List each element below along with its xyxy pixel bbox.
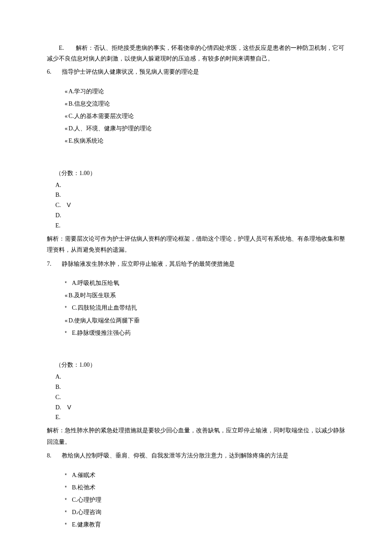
bullet-icon: « (65, 316, 68, 326)
q7-option-b: «B.及时与医生联系 (65, 290, 345, 301)
bullet-icon: * (65, 508, 67, 518)
q7-number: 7. (47, 259, 52, 269)
q8-option-c: *C.心理护理 (65, 495, 345, 505)
bullet-icon: * (65, 329, 67, 338)
q5-explain-prefix: E. (59, 43, 64, 53)
q7-answer-e: E. (55, 412, 345, 423)
q8-option-b: *B.松弛术 (65, 482, 345, 493)
q8-stem: 教给病人控制呼吸、垂肩、仰视、自我发泄等方法分散注意力，达到解除疼痛的方法是 (62, 452, 288, 459)
q6-answer-list: A. B. C.V D. E. (55, 180, 345, 231)
q8-option-d-text: D.心理咨询 (72, 509, 102, 515)
bullet-icon: * (65, 279, 67, 288)
q5-explanation-block: E.解析：否认、拒绝接受患病的事实，怀着侥幸的心情四处求医，这些反应是患者的一种… (47, 43, 345, 64)
q6-answer-a: A. (55, 180, 345, 190)
q7-option-c: *C.四肢轮流用止血带结扎 (65, 302, 345, 313)
check-mark-icon: V (67, 403, 71, 413)
q6-number: 6. (47, 66, 52, 77)
q8-number: 8. (47, 450, 52, 461)
q7-option-d-text: D.使病人取端坐位两腿下垂 (69, 317, 140, 324)
q8-option-a-text: A.催眠术 (72, 472, 96, 478)
q6-option-b: «B.信息交流理论 (65, 98, 345, 109)
check-mark-icon: V (67, 200, 71, 210)
q8-option-d: *D.心理咨询 (65, 507, 345, 518)
q7-answer-d: D.V (55, 403, 345, 413)
q7-answer-list: A. B. C. D.V E. (55, 372, 345, 423)
q7-answer-a: A. (55, 372, 345, 382)
q6-score: （分数：1.00） (55, 168, 345, 178)
q7-option-e-text: E.静脉缓慢推注强心药 (72, 330, 131, 336)
q8-option-e-text: E.健康教育 (72, 521, 101, 528)
q6-option-a-text: A.学习的理论 (69, 88, 104, 95)
q6-option-a: «A.学习的理论 (65, 86, 345, 97)
q8-options: *A.催眠术 *B.松弛术 *C.心理护理 *D.心理咨询 *E.健康教育 (65, 470, 345, 530)
bullet-icon: « (65, 87, 68, 97)
q6-option-d: «D.人、环境、健康与护理的理论 (65, 123, 345, 134)
bullet-icon: * (65, 471, 67, 480)
q7-stem-row: 7.静脉输液发生肺水肿，应立即停止输液，其后给予的最简便措施是 (47, 259, 345, 269)
q7-option-d: «D.使病人取端坐位两腿下垂 (65, 315, 345, 326)
q6-option-d-text: D.人、环境、健康与护理的理论 (69, 125, 152, 132)
bullet-icon: * (65, 304, 67, 313)
q7-option-a: *A.呼吸机加压给氧 (65, 278, 345, 288)
q7-option-e: *E.静脉缓慢推注强心药 (65, 328, 345, 338)
q6-stem: 指导护士评估病人健康状况，预见病人需要的理论是 (62, 69, 199, 75)
q6-option-e: «E.疾病系统论 (65, 135, 345, 146)
q6-answer-e: E. (55, 221, 345, 231)
q6-option-c-text: C.人的基本需要层次理论 (69, 113, 134, 119)
q8-stem-row: 8.教给病人控制呼吸、垂肩、仰视、自我发泄等方法分散注意力，达到解除疼痛的方法是 (47, 450, 345, 461)
q8-option-c-text: C.心理护理 (72, 497, 101, 503)
q8-option-a: *A.催眠术 (65, 470, 345, 480)
q6-explanation: 解析：需要层次论可作为护士评估病人资料的理论框架，借助这个理论，护理人员可有系统… (47, 233, 345, 256)
q7-score: （分数：1.00） (55, 359, 345, 370)
bullet-icon: « (65, 137, 68, 146)
bullet-icon: « (65, 112, 68, 121)
bullet-icon: « (65, 100, 68, 109)
q6-options: «A.学习的理论 «B.信息交流理论 «C.人的基本需要层次理论 «D.人、环境… (65, 86, 345, 147)
q6-stem-row: 6.指导护士评估病人健康状况，预见病人需要的理论是 (47, 66, 345, 77)
bullet-icon: « (65, 124, 68, 134)
q6-answer-b: B. (55, 190, 345, 200)
q6-answer-c: C.V (55, 200, 345, 210)
q7-options: *A.呼吸机加压给氧 «B.及时与医生联系 *C.四肢轮流用止血带结扎 «D.使… (65, 278, 345, 338)
bullet-icon: * (65, 520, 67, 530)
q7-stem: 静脉输液发生肺水肿，应立即停止输液，其后给予的最简便措施是 (62, 261, 235, 267)
q7-answer-c: C. (55, 392, 345, 403)
q6-answer-d: D. (55, 210, 345, 221)
q7-option-a-text: A.呼吸机加压给氧 (72, 280, 120, 286)
q6-option-e-text: E.疾病系统论 (69, 138, 104, 144)
q8-option-b-text: B.松弛术 (72, 484, 95, 491)
q7-explanation: 解析：急性肺水肿的紧急处理措施就是要较少回心血量，改善缺氧，应立即停止输液，同时… (47, 425, 345, 448)
q6-option-c: «C.人的基本需要层次理论 (65, 111, 345, 121)
q8-option-e: *E.健康教育 (65, 519, 345, 530)
q7-answer-b: B. (55, 382, 345, 392)
bullet-icon: « (65, 291, 68, 301)
bullet-icon: * (65, 496, 67, 505)
q6-option-b-text: B.信息交流理论 (69, 101, 110, 107)
q7-option-b-text: B.及时与医生联系 (69, 292, 116, 299)
q7-option-c-text: C.四肢轮流用止血带结扎 (72, 305, 137, 311)
q5-explain-text: 解析：否认、拒绝接受患病的事实，怀着侥幸的心情四处求医，这些反应是患者的一种防卫… (47, 45, 344, 62)
bullet-icon: * (65, 483, 67, 493)
